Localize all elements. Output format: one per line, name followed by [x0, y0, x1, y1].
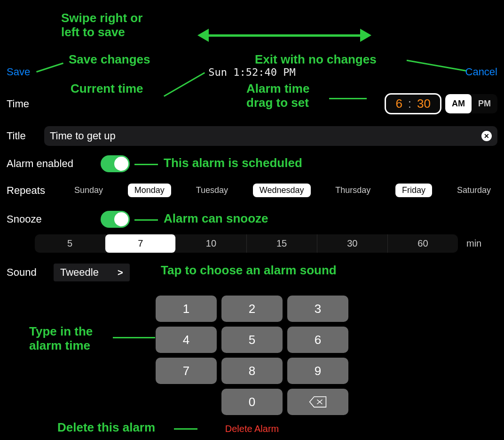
snooze-option-5[interactable]: 5 — [35, 234, 105, 253]
am-option[interactable]: AM — [445, 94, 472, 113]
save-button[interactable]: Save — [7, 66, 30, 78]
keypad-2[interactable]: 2 — [221, 296, 283, 322]
time-colon: : — [405, 96, 414, 111]
delete-alarm-button[interactable]: Delete Alarm — [225, 424, 279, 434]
numeric-keypad: 1234567890 — [156, 296, 348, 415]
alarm-enabled-toggle[interactable] — [101, 155, 130, 172]
keypad-1[interactable]: 1 — [156, 296, 217, 322]
ampm-toggle[interactable]: AM PM — [445, 94, 497, 113]
backspace-icon — [309, 396, 327, 408]
sound-value: Tweedle — [60, 266, 99, 279]
time-label: Time — [7, 98, 82, 110]
snooze-label: Snooze — [7, 213, 101, 225]
alarm-hour[interactable]: 6 — [393, 96, 405, 111]
keypad-9[interactable]: 9 — [287, 358, 348, 384]
snooze-option-7[interactable]: 7 — [105, 234, 176, 253]
clear-title-button[interactable]: ✕ — [481, 131, 492, 141]
keypad-5[interactable]: 5 — [221, 327, 283, 353]
current-time-label: Sun 1:52:40 PM — [208, 66, 295, 78]
annotation-line — [113, 337, 155, 338]
annotation-exit-no-changes: Exit with no changes — [255, 53, 377, 67]
snooze-option-60[interactable]: 60 — [388, 234, 458, 253]
day-monday[interactable]: Monday — [128, 184, 171, 197]
pm-option[interactable]: PM — [472, 94, 497, 113]
sound-select[interactable]: Tweedle > — [54, 264, 130, 281]
snooze-option-10[interactable]: 10 — [176, 234, 246, 253]
snooze-unit-label: min — [466, 238, 481, 249]
day-wednesday[interactable]: Wednesday — [253, 184, 311, 197]
title-label: Title — [7, 130, 44, 142]
swipe-arrow-icon — [197, 26, 371, 45]
keypad-3[interactable]: 3 — [287, 296, 348, 322]
day-tuesday[interactable]: Tuesday — [189, 184, 235, 197]
snooze-toggle[interactable] — [101, 211, 130, 228]
snooze-option-30[interactable]: 30 — [317, 234, 388, 253]
chevron-right-icon: > — [118, 267, 123, 278]
keypad-blank — [156, 389, 217, 415]
keypad-8[interactable]: 8 — [221, 358, 283, 384]
snooze-duration-segmented[interactable]: 5710153060 — [35, 234, 458, 253]
alarm-enabled-label: Alarm enabled — [7, 158, 101, 170]
repeats-label: Repeats — [7, 184, 68, 197]
keypad-7[interactable]: 7 — [156, 358, 217, 384]
close-icon: ✕ — [484, 132, 489, 140]
day-thursday[interactable]: Thursday — [329, 184, 377, 197]
annotation-save-changes: Save changes — [69, 53, 150, 67]
alarm-minute[interactable]: 30 — [414, 96, 433, 111]
keypad-6[interactable]: 6 — [287, 327, 348, 353]
keypad-4[interactable]: 4 — [156, 327, 217, 353]
alarm-time-picker[interactable]: 6 : 30 — [385, 93, 441, 114]
sound-label: Sound — [7, 266, 54, 279]
annotation-type-in: Type in the alarm time — [29, 325, 93, 353]
keypad-0[interactable]: 0 — [221, 389, 283, 415]
cancel-button[interactable]: Cancel — [465, 66, 497, 78]
snooze-option-15[interactable]: 15 — [247, 234, 317, 253]
title-input[interactable] — [50, 130, 481, 142]
annotation-swipe: Swipe right or left to save — [61, 11, 142, 40]
day-sunday[interactable]: Sunday — [68, 184, 110, 197]
day-saturday[interactable]: Saturday — [450, 184, 497, 197]
keypad-backspace[interactable] — [287, 389, 348, 415]
day-friday[interactable]: Friday — [395, 184, 432, 197]
